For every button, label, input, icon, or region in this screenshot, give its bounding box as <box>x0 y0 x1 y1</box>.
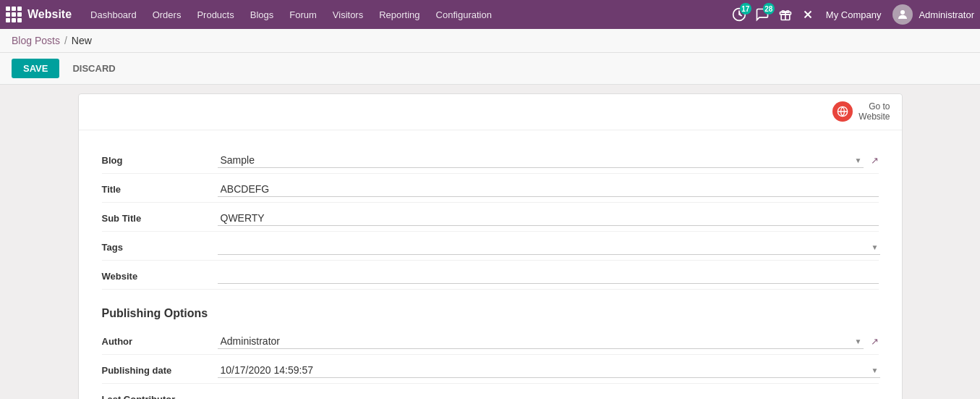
blog-row: Blog ▼ ↗ <box>102 148 879 174</box>
nav-dashboard[interactable]: Dashboard <box>83 7 144 23</box>
author-label: Author <box>102 336 218 347</box>
messages-icon[interactable]: 28 <box>755 7 770 22</box>
subtitle-row: Sub Title <box>102 206 879 232</box>
activities-badge: 17 <box>740 3 751 14</box>
svg-point-5 <box>900 10 905 14</box>
form-card: Go to Website Blog ▼ ↗ Title <box>78 93 903 399</box>
contributor-input[interactable] <box>218 392 879 399</box>
title-value <box>218 182 879 197</box>
nav-products[interactable]: Products <box>189 7 241 23</box>
discard-button[interactable]: DISCARD <box>65 59 122 78</box>
app-name: Website <box>27 8 72 21</box>
messages-badge: 28 <box>763 3 775 14</box>
breadcrumb: Blog Posts / New <box>0 29 980 53</box>
publishing-section-heading: Publishing Options <box>102 307 879 320</box>
title-input[interactable] <box>218 182 879 197</box>
blog-value: ▼ ↗ <box>218 153 879 168</box>
website-value <box>218 269 879 284</box>
topbar-right: 17 28 My Company Administrator <box>732 4 974 25</box>
title-row: Title <box>102 177 879 203</box>
website-label: Website <box>102 271 218 282</box>
tags-value: ▼ <box>218 240 879 255</box>
avatar[interactable] <box>892 4 913 25</box>
app-logo[interactable]: Website <box>6 7 72 22</box>
blog-label: Blog <box>102 155 218 166</box>
website-row: Website <box>102 264 879 290</box>
blog-external-link-icon[interactable]: ↗ <box>871 155 879 166</box>
author-dropdown-arrow: ▼ <box>855 337 862 345</box>
author-external-link-icon[interactable]: ↗ <box>871 336 879 347</box>
topbar: Website Dashboard Orders Products Blogs … <box>0 0 980 29</box>
tags-dropdown-arrow: ▼ <box>872 243 879 251</box>
pubdate-input[interactable] <box>218 363 880 378</box>
blog-input[interactable] <box>218 153 864 168</box>
goto-website-line2: Website <box>858 112 890 122</box>
nav-forum[interactable]: Forum <box>282 7 324 23</box>
main-content: Go to Website Blog ▼ ↗ Title <box>0 85 980 399</box>
author-input[interactable] <box>218 334 864 349</box>
pubdate-label: Publishing date <box>102 365 218 376</box>
breadcrumb-parent[interactable]: Blog Posts <box>12 35 60 46</box>
tags-label: Tags <box>102 242 218 253</box>
contributor-row: Last Contributor <box>102 387 879 399</box>
goto-website-button[interactable]: Go to Website <box>832 101 890 122</box>
nav-visitors[interactable]: Visitors <box>325 7 370 23</box>
goto-website-text: Go to Website <box>858 101 890 122</box>
tags-input[interactable] <box>218 240 880 255</box>
blog-dropdown-arrow: ▼ <box>855 156 862 164</box>
pubdate-dropdown-arrow: ▼ <box>872 366 879 374</box>
goto-website-bar: Go to Website <box>79 94 902 130</box>
title-label: Title <box>102 184 218 195</box>
nav-blogs[interactable]: Blogs <box>243 7 281 23</box>
save-button[interactable]: SAVE <box>12 59 59 78</box>
contributor-value <box>218 392 879 399</box>
company-name[interactable]: My Company <box>820 7 887 23</box>
form-body: Blog ▼ ↗ Title Sub Title <box>79 130 902 399</box>
website-globe-icon <box>832 101 853 122</box>
breadcrumb-current: New <box>72 35 92 46</box>
website-input[interactable] <box>218 269 879 284</box>
nav-configuration[interactable]: Configuration <box>429 7 499 23</box>
action-bar: SAVE DISCARD <box>0 53 980 85</box>
pubdate-value: ▼ <box>218 363 879 378</box>
nav-reporting[interactable]: Reporting <box>372 7 427 23</box>
contributor-label: Last Contributor <box>102 394 218 399</box>
author-value: ▼ ↗ <box>218 334 879 349</box>
goto-website-line1: Go to <box>858 101 890 112</box>
subtitle-value <box>218 211 879 226</box>
tags-row: Tags ▼ <box>102 235 879 261</box>
breadcrumb-separator: / <box>64 35 67 46</box>
activities-icon[interactable]: 17 <box>732 7 746 22</box>
gift-icon[interactable] <box>778 7 793 22</box>
pubdate-row: Publishing date ▼ <box>102 358 879 384</box>
pubdate-select-wrapper: ▼ <box>218 363 879 378</box>
nav-orders[interactable]: Orders <box>145 7 189 23</box>
author-select-wrapper: ▼ <box>218 334 862 349</box>
close-icon[interactable] <box>801 8 814 21</box>
blog-select-wrapper: ▼ <box>218 153 862 168</box>
admin-name[interactable]: Administrator <box>919 9 974 20</box>
grid-icon[interactable] <box>6 7 22 22</box>
tags-select-wrapper: ▼ <box>218 240 879 255</box>
subtitle-input[interactable] <box>218 211 879 226</box>
topbar-nav: Dashboard Orders Products Blogs Forum Vi… <box>83 7 732 23</box>
subtitle-label: Sub Title <box>102 213 218 224</box>
author-row: Author ▼ ↗ <box>102 329 879 355</box>
